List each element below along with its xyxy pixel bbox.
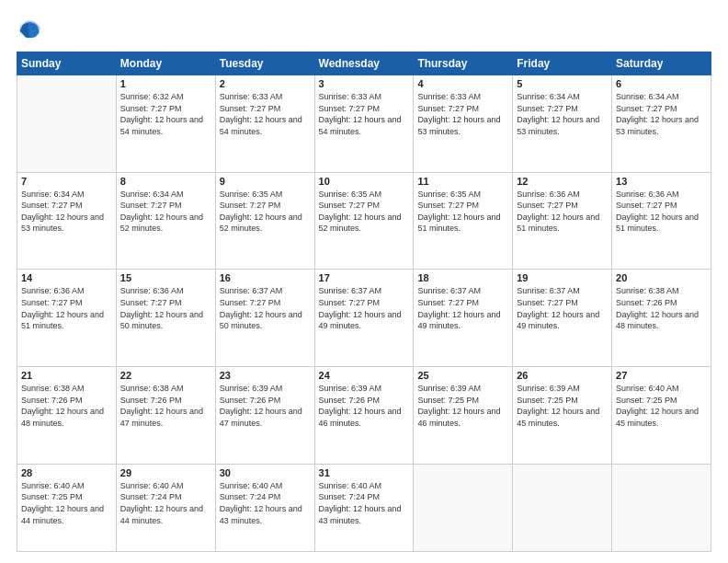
- day-number: 12: [517, 176, 608, 187]
- day-number: 17: [319, 272, 410, 283]
- day-number: 27: [616, 370, 707, 381]
- calendar-cell: [513, 464, 612, 551]
- calendar-cell: 18Sunrise: 6:37 AM Sunset: 7:27 PM Dayli…: [414, 270, 513, 367]
- day-info: Sunrise: 6:38 AM Sunset: 7:26 PM Dayligh…: [21, 383, 112, 429]
- logo-icon: [17, 17, 42, 42]
- day-info: Sunrise: 6:39 AM Sunset: 7:25 PM Dayligh…: [517, 383, 608, 429]
- calendar-cell: [17, 75, 117, 173]
- calendar-cell: 22Sunrise: 6:38 AM Sunset: 7:26 PM Dayli…: [116, 367, 215, 465]
- day-info: Sunrise: 6:33 AM Sunset: 7:27 PM Dayligh…: [319, 91, 410, 137]
- day-number: 3: [319, 78, 410, 89]
- day-info: Sunrise: 6:40 AM Sunset: 7:25 PM Dayligh…: [21, 480, 112, 526]
- day-info: Sunrise: 6:38 AM Sunset: 7:26 PM Dayligh…: [120, 383, 211, 429]
- calendar-cell: 15Sunrise: 6:36 AM Sunset: 7:27 PM Dayli…: [116, 270, 215, 367]
- calendar-cell: 12Sunrise: 6:36 AM Sunset: 7:27 PM Dayli…: [513, 172, 612, 270]
- calendar-cell: 7Sunrise: 6:34 AM Sunset: 7:27 PM Daylig…: [17, 172, 117, 270]
- day-number: 26: [517, 370, 608, 381]
- day-info: Sunrise: 6:34 AM Sunset: 7:27 PM Dayligh…: [517, 91, 608, 137]
- day-number: 9: [220, 176, 311, 187]
- day-number: 18: [417, 272, 508, 283]
- day-number: 20: [616, 272, 707, 283]
- day-number: 23: [220, 370, 311, 381]
- calendar-cell: 30Sunrise: 6:40 AM Sunset: 7:24 PM Dayli…: [215, 464, 314, 551]
- calendar-cell: 8Sunrise: 6:34 AM Sunset: 7:27 PM Daylig…: [116, 172, 215, 270]
- calendar-cell: 13Sunrise: 6:36 AM Sunset: 7:27 PM Dayli…: [612, 172, 711, 270]
- day-number: 16: [220, 272, 311, 283]
- day-number: 28: [21, 467, 112, 478]
- day-number: 19: [517, 272, 608, 283]
- day-number: 7: [21, 176, 112, 187]
- calendar-cell: 23Sunrise: 6:39 AM Sunset: 7:26 PM Dayli…: [215, 367, 314, 465]
- calendar-cell: 27Sunrise: 6:40 AM Sunset: 7:25 PM Dayli…: [612, 367, 711, 465]
- day-number: 14: [21, 272, 112, 283]
- day-info: Sunrise: 6:40 AM Sunset: 7:24 PM Dayligh…: [319, 480, 410, 526]
- day-info: Sunrise: 6:34 AM Sunset: 7:27 PM Dayligh…: [616, 91, 707, 137]
- weekday-header-wednesday: Wednesday: [314, 52, 414, 75]
- day-number: 21: [21, 370, 112, 381]
- calendar-cell: 29Sunrise: 6:40 AM Sunset: 7:24 PM Dayli…: [116, 464, 215, 551]
- calendar-cell: 24Sunrise: 6:39 AM Sunset: 7:26 PM Dayli…: [314, 367, 414, 465]
- calendar-cell: 21Sunrise: 6:38 AM Sunset: 7:26 PM Dayli…: [17, 367, 117, 465]
- day-number: 15: [120, 272, 211, 283]
- day-number: 4: [417, 78, 508, 89]
- weekday-header-monday: Monday: [116, 52, 215, 75]
- day-number: 30: [220, 467, 311, 478]
- day-info: Sunrise: 6:37 AM Sunset: 7:27 PM Dayligh…: [417, 285, 508, 331]
- day-number: 25: [417, 370, 508, 381]
- day-info: Sunrise: 6:34 AM Sunset: 7:27 PM Dayligh…: [21, 189, 112, 235]
- calendar-cell: 31Sunrise: 6:40 AM Sunset: 7:24 PM Dayli…: [314, 464, 414, 551]
- week-row-4: 21Sunrise: 6:38 AM Sunset: 7:26 PM Dayli…: [17, 367, 711, 465]
- day-info: Sunrise: 6:34 AM Sunset: 7:27 PM Dayligh…: [120, 189, 211, 235]
- calendar-cell: 20Sunrise: 6:38 AM Sunset: 7:26 PM Dayli…: [612, 270, 711, 367]
- day-number: 10: [319, 176, 410, 187]
- calendar-cell: 9Sunrise: 6:35 AM Sunset: 7:27 PM Daylig…: [215, 172, 314, 270]
- day-number: 24: [319, 370, 410, 381]
- week-row-3: 14Sunrise: 6:36 AM Sunset: 7:27 PM Dayli…: [17, 270, 711, 367]
- day-info: Sunrise: 6:33 AM Sunset: 7:27 PM Dayligh…: [417, 91, 508, 137]
- day-info: Sunrise: 6:36 AM Sunset: 7:27 PM Dayligh…: [120, 285, 211, 331]
- calendar-cell: 2Sunrise: 6:33 AM Sunset: 7:27 PM Daylig…: [215, 75, 314, 173]
- week-row-1: 1Sunrise: 6:32 AM Sunset: 7:27 PM Daylig…: [17, 75, 711, 173]
- calendar-cell: 16Sunrise: 6:37 AM Sunset: 7:27 PM Dayli…: [215, 270, 314, 367]
- day-number: 31: [319, 467, 410, 478]
- calendar-cell: [414, 464, 513, 551]
- day-number: 6: [616, 78, 707, 89]
- weekday-header-saturday: Saturday: [612, 52, 711, 75]
- calendar-cell: 4Sunrise: 6:33 AM Sunset: 7:27 PM Daylig…: [414, 75, 513, 173]
- calendar-cell: 26Sunrise: 6:39 AM Sunset: 7:25 PM Dayli…: [513, 367, 612, 465]
- day-number: 1: [120, 78, 211, 89]
- day-number: 8: [120, 176, 211, 187]
- calendar-cell: 25Sunrise: 6:39 AM Sunset: 7:25 PM Dayli…: [414, 367, 513, 465]
- day-info: Sunrise: 6:40 AM Sunset: 7:24 PM Dayligh…: [120, 480, 211, 526]
- day-info: Sunrise: 6:33 AM Sunset: 7:27 PM Dayligh…: [220, 91, 311, 137]
- day-info: Sunrise: 6:39 AM Sunset: 7:26 PM Dayligh…: [220, 383, 311, 429]
- day-info: Sunrise: 6:40 AM Sunset: 7:25 PM Dayligh…: [616, 383, 707, 429]
- day-number: 2: [220, 78, 311, 89]
- calendar-cell: 1Sunrise: 6:32 AM Sunset: 7:27 PM Daylig…: [116, 75, 215, 173]
- calendar-cell: [612, 464, 711, 551]
- day-number: 29: [120, 467, 211, 478]
- calendar-cell: 28Sunrise: 6:40 AM Sunset: 7:25 PM Dayli…: [17, 464, 117, 551]
- weekday-header-thursday: Thursday: [414, 52, 513, 75]
- day-info: Sunrise: 6:36 AM Sunset: 7:27 PM Dayligh…: [517, 189, 608, 235]
- calendar-cell: 5Sunrise: 6:34 AM Sunset: 7:27 PM Daylig…: [513, 75, 612, 173]
- day-number: 13: [616, 176, 707, 187]
- calendar-cell: 17Sunrise: 6:37 AM Sunset: 7:27 PM Dayli…: [314, 270, 414, 367]
- day-number: 22: [120, 370, 211, 381]
- calendar-cell: 19Sunrise: 6:37 AM Sunset: 7:27 PM Dayli…: [513, 270, 612, 367]
- week-row-2: 7Sunrise: 6:34 AM Sunset: 7:27 PM Daylig…: [17, 172, 711, 270]
- calendar-table: SundayMondayTuesdayWednesdayThursdayFrid…: [17, 52, 711, 552]
- weekday-header-row: SundayMondayTuesdayWednesdayThursdayFrid…: [17, 52, 711, 75]
- calendar-cell: 14Sunrise: 6:36 AM Sunset: 7:27 PM Dayli…: [17, 270, 117, 367]
- day-info: Sunrise: 6:37 AM Sunset: 7:27 PM Dayligh…: [319, 285, 410, 331]
- day-number: 11: [417, 176, 508, 187]
- day-info: Sunrise: 6:39 AM Sunset: 7:26 PM Dayligh…: [319, 383, 410, 429]
- week-row-5: 28Sunrise: 6:40 AM Sunset: 7:25 PM Dayli…: [17, 464, 711, 551]
- day-info: Sunrise: 6:35 AM Sunset: 7:27 PM Dayligh…: [319, 189, 410, 235]
- day-info: Sunrise: 6:35 AM Sunset: 7:27 PM Dayligh…: [220, 189, 311, 235]
- calendar-cell: 10Sunrise: 6:35 AM Sunset: 7:27 PM Dayli…: [314, 172, 414, 270]
- page: SundayMondayTuesdayWednesdayThursdayFrid…: [0, 0, 728, 563]
- day-info: Sunrise: 6:40 AM Sunset: 7:24 PM Dayligh…: [220, 480, 311, 526]
- day-info: Sunrise: 6:39 AM Sunset: 7:25 PM Dayligh…: [417, 383, 508, 429]
- calendar-cell: 11Sunrise: 6:35 AM Sunset: 7:27 PM Dayli…: [414, 172, 513, 270]
